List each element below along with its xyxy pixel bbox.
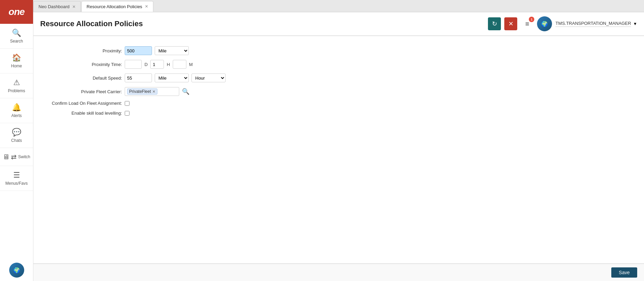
user-avatar[interactable]: 🌍: [537, 16, 552, 31]
proximity-time-m-input[interactable]: [173, 60, 186, 69]
user-dropdown[interactable]: TMS.TRANSPORTATION_MANAGER ▼: [555, 21, 637, 27]
private-fleet-search-icon[interactable]: 🔍: [182, 88, 189, 95]
sidebar-item-home-label: Home: [11, 64, 22, 68]
proximity-h-suffix: H: [167, 62, 170, 67]
enable-skill-checkbox[interactable]: [125, 111, 129, 116]
confirm-load-row: Confirm Load On Fleet Assignment:: [47, 101, 630, 106]
logo-button[interactable]: one: [0, 0, 33, 24]
confirm-load-checkbox[interactable]: [125, 101, 129, 106]
sidebar-item-menus-label: Menus/Favs: [5, 181, 28, 186]
proximity-unit-select[interactable]: Mile Kilometer: [155, 46, 189, 55]
sidebar-item-switch-label: Switch: [18, 154, 30, 159]
close-button[interactable]: ✕: [504, 17, 517, 30]
form-area: Proximity: Mile Kilometer Proximity Time…: [33, 36, 644, 160]
sidebar-item-home[interactable]: 🏠 Home: [0, 49, 33, 73]
tab-resource-allocation[interactable]: Resource Allocation Policies ✕: [81, 1, 153, 12]
chevron-down-icon: ▼: [633, 21, 637, 26]
proximity-time-label: Proximity Time:: [47, 62, 122, 67]
default-speed-input[interactable]: [125, 73, 152, 82]
bell-icon: 🔔: [12, 103, 21, 112]
enable-skill-label: Enable skill load levelling:: [47, 111, 122, 116]
sidebar-item-problems-label: Problems: [8, 88, 25, 93]
tab-bar: Neo Dashboard ✕ Resource Allocation Poli…: [33, 0, 644, 12]
tab-neo-dashboard-label: Neo Dashboard: [39, 4, 70, 9]
warning-icon: ⚠: [13, 78, 20, 87]
sidebar-item-switch[interactable]: 🖥 ⇄ Switch: [0, 148, 33, 166]
save-button[interactable]: Save: [611, 267, 637, 278]
proximity-time-h-input[interactable]: [150, 60, 164, 69]
default-speed-time-select[interactable]: Hour Minute: [191, 73, 226, 82]
proximity-time-d-input[interactable]: [125, 60, 142, 69]
default-speed-label: Default Speed:: [47, 76, 122, 81]
switch-icon2: ⇄: [11, 153, 17, 161]
sidebar: one 🔍 Search 🏠 Home ⚠ Problems 🔔 Alerts …: [0, 0, 33, 281]
proximity-label: Proximity:: [47, 48, 122, 53]
enable-skill-row: Enable skill load levelling:: [47, 111, 630, 116]
proximity-input[interactable]: [125, 46, 152, 55]
logo-text: one: [9, 6, 25, 17]
default-speed-unit-select[interactable]: Mile Kilometer: [155, 73, 189, 82]
refresh-button[interactable]: ↻: [488, 17, 501, 30]
switch-icon1: 🖥: [3, 153, 10, 161]
private-fleet-tag-label: PrivateFleet: [129, 89, 151, 94]
private-fleet-tag-container[interactable]: PrivateFleet ✕: [125, 87, 179, 96]
sidebar-item-alerts-label: Alerts: [11, 113, 22, 118]
private-fleet-tag-close[interactable]: ✕: [152, 89, 155, 94]
hamburger-icon: ≡: [525, 20, 530, 28]
sidebar-item-problems[interactable]: ⚠ Problems: [0, 73, 33, 98]
bottom-bar: Save: [33, 264, 644, 281]
confirm-load-label: Confirm Load On Fleet Assignment:: [47, 101, 122, 106]
tab-resource-allocation-label: Resource Allocation Policies: [87, 4, 142, 9]
menu-button[interactable]: ≡ 1: [521, 17, 534, 30]
search-icon: 🔍: [12, 29, 21, 37]
menus-icon: ☰: [13, 171, 20, 180]
default-speed-row: Default Speed: Mile Kilometer Hour Minut…: [47, 73, 630, 82]
sidebar-item-chats[interactable]: 💬 Chats: [0, 123, 33, 148]
proximity-d-suffix: D: [144, 62, 148, 67]
page-title: Resource Allocation Policies: [40, 19, 485, 28]
sidebar-item-alerts[interactable]: 🔔 Alerts: [0, 98, 33, 123]
chat-icon: 💬: [12, 128, 21, 137]
proximity-time-row: Proximity Time: D H M: [47, 60, 630, 69]
home-icon: 🏠: [12, 53, 21, 62]
proximity-row: Proximity: Mile Kilometer: [47, 46, 630, 55]
tab-resource-allocation-close[interactable]: ✕: [145, 4, 148, 9]
notification-badge: 1: [529, 17, 534, 22]
private-fleet-label: Private Fleet Carrier:: [47, 89, 122, 94]
tab-neo-dashboard[interactable]: Neo Dashboard ✕: [33, 1, 81, 12]
sidebar-item-menus[interactable]: ☰ Menus/Favs: [0, 166, 33, 191]
sidebar-item-chats-label: Chats: [11, 138, 22, 143]
tab-neo-dashboard-close[interactable]: ✕: [72, 4, 76, 9]
toolbar: Resource Allocation Policies ↻ ✕ ≡ 1 🌍 T…: [33, 12, 644, 36]
sidebar-item-search[interactable]: 🔍 Search: [0, 24, 33, 49]
user-avatar-sidebar[interactable]: 🌍: [6, 259, 28, 281]
user-name: TMS.TRANSPORTATION_MANAGER: [555, 21, 631, 27]
private-fleet-tag: PrivateFleet ✕: [127, 88, 157, 95]
private-fleet-row: Private Fleet Carrier: PrivateFleet ✕ 🔍: [47, 87, 630, 96]
avatar-circle: 🌍: [9, 263, 24, 278]
proximity-m-suffix: M: [189, 62, 193, 67]
content-area: Resource Allocation Policies ↻ ✕ ≡ 1 🌍 T…: [33, 12, 644, 281]
main-area: Neo Dashboard ✕ Resource Allocation Poli…: [33, 0, 644, 281]
sidebar-item-search-label: Search: [10, 39, 23, 44]
